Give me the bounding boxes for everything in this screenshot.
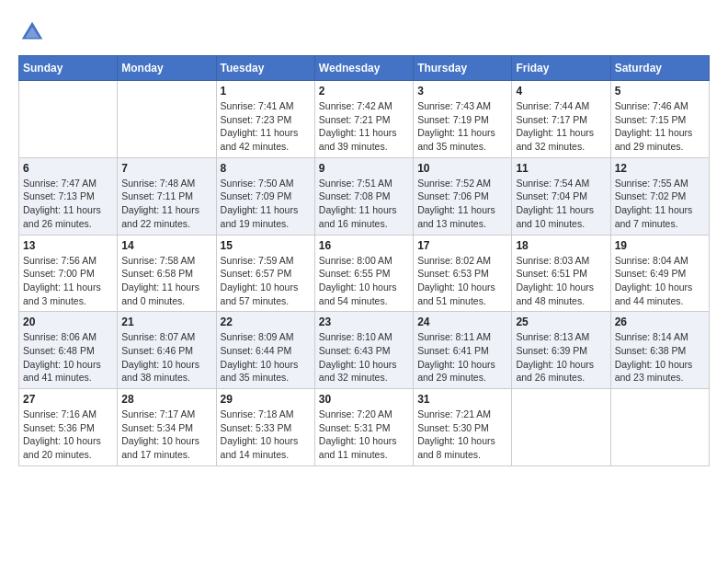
calendar-cell: 1Sunrise: 7:41 AM Sunset: 7:23 PM Daylig…: [216, 81, 314, 158]
day-number: 11: [516, 162, 606, 175]
day-info: Sunrise: 7:51 AM Sunset: 7:08 PM Dayligh…: [319, 177, 409, 231]
day-number: 7: [121, 162, 211, 175]
day-number: 29: [221, 393, 311, 406]
calendar-cell: 10Sunrise: 7:52 AM Sunset: 7:06 PM Dayli…: [414, 157, 512, 235]
day-number: 22: [221, 316, 311, 328]
day-info: Sunrise: 7:21 AM Sunset: 5:30 PM Dayligh…: [417, 408, 507, 462]
calendar-cell: 30Sunrise: 7:20 AM Sunset: 5:31 PM Dayli…: [314, 389, 413, 466]
day-number: 21: [121, 316, 211, 328]
calendar-cell: 8Sunrise: 7:50 AM Sunset: 7:09 PM Daylig…: [216, 157, 314, 235]
calendar-cell: [19, 81, 118, 158]
day-info: Sunrise: 8:11 AM Sunset: 6:41 PM Dayligh…: [417, 330, 507, 385]
calendar-cell: 6Sunrise: 7:47 AM Sunset: 7:13 PM Daylig…: [19, 157, 118, 235]
calendar-cell: 21Sunrise: 8:07 AM Sunset: 6:46 PM Dayli…: [118, 312, 216, 389]
day-info: Sunrise: 7:56 AM Sunset: 7:00 PM Dayligh…: [23, 254, 113, 308]
day-info: Sunrise: 8:14 AM Sunset: 6:38 PM Dayligh…: [615, 330, 705, 385]
day-number: 5: [615, 85, 705, 98]
day-info: Sunrise: 8:10 AM Sunset: 6:43 PM Dayligh…: [319, 330, 409, 385]
day-info: Sunrise: 7:47 AM Sunset: 7:13 PM Dayligh…: [23, 177, 113, 231]
day-info: Sunrise: 7:43 AM Sunset: 7:19 PM Dayligh…: [417, 99, 507, 154]
calendar-cell: 24Sunrise: 8:11 AM Sunset: 6:41 PM Dayli…: [414, 312, 512, 389]
calendar-cell: [118, 81, 216, 158]
calendar-cell: 5Sunrise: 7:46 AM Sunset: 7:15 PM Daylig…: [610, 81, 709, 158]
calendar-cell: 31Sunrise: 7:21 AM Sunset: 5:30 PM Dayli…: [414, 389, 512, 466]
day-number: 20: [23, 316, 113, 328]
day-info: Sunrise: 8:02 AM Sunset: 6:53 PM Dayligh…: [417, 254, 507, 308]
calendar-cell: 11Sunrise: 7:54 AM Sunset: 7:04 PM Dayli…: [512, 157, 610, 235]
day-info: Sunrise: 7:16 AM Sunset: 5:36 PM Dayligh…: [23, 408, 113, 462]
day-number: 31: [417, 393, 507, 406]
calendar-cell: 15Sunrise: 7:59 AM Sunset: 6:57 PM Dayli…: [216, 235, 314, 312]
calendar-cell: [610, 389, 709, 466]
week-row-3: 13Sunrise: 7:56 AM Sunset: 7:00 PM Dayli…: [19, 235, 710, 312]
calendar-cell: 17Sunrise: 8:02 AM Sunset: 6:53 PM Dayli…: [414, 235, 512, 312]
day-info: Sunrise: 7:20 AM Sunset: 5:31 PM Dayligh…: [319, 408, 409, 462]
calendar-cell: 19Sunrise: 8:04 AM Sunset: 6:49 PM Dayli…: [610, 235, 709, 312]
day-number: 17: [417, 239, 507, 252]
day-number: 30: [319, 393, 409, 406]
calendar-cell: 9Sunrise: 7:51 AM Sunset: 7:08 PM Daylig…: [314, 157, 413, 235]
calendar-cell: 3Sunrise: 7:43 AM Sunset: 7:19 PM Daylig…: [414, 81, 512, 158]
calendar-cell: 28Sunrise: 7:17 AM Sunset: 5:34 PM Dayli…: [118, 389, 216, 466]
weekday-friday: Friday: [512, 56, 610, 81]
calendar-cell: 7Sunrise: 7:48 AM Sunset: 7:11 PM Daylig…: [118, 157, 216, 235]
calendar-cell: 2Sunrise: 7:42 AM Sunset: 7:21 PM Daylig…: [314, 81, 413, 158]
day-info: Sunrise: 7:50 AM Sunset: 7:09 PM Dayligh…: [221, 177, 311, 231]
weekday-monday: Monday: [118, 56, 216, 81]
calendar-cell: 12Sunrise: 7:55 AM Sunset: 7:02 PM Dayli…: [610, 157, 709, 235]
day-info: Sunrise: 8:03 AM Sunset: 6:51 PM Dayligh…: [516, 254, 606, 308]
week-row-5: 27Sunrise: 7:16 AM Sunset: 5:36 PM Dayli…: [19, 389, 710, 466]
day-info: Sunrise: 8:07 AM Sunset: 6:46 PM Dayligh…: [121, 330, 211, 385]
week-row-1: 1Sunrise: 7:41 AM Sunset: 7:23 PM Daylig…: [19, 81, 710, 158]
day-number: 28: [121, 393, 211, 406]
weekday-wednesday: Wednesday: [314, 56, 413, 81]
calendar-cell: 18Sunrise: 8:03 AM Sunset: 6:51 PM Dayli…: [512, 235, 610, 312]
day-number: 19: [615, 239, 705, 252]
day-info: Sunrise: 7:44 AM Sunset: 7:17 PM Dayligh…: [516, 99, 606, 154]
calendar-cell: 26Sunrise: 8:14 AM Sunset: 6:38 PM Dayli…: [610, 312, 709, 389]
calendar-cell: 25Sunrise: 8:13 AM Sunset: 6:39 PM Dayli…: [512, 312, 610, 389]
weekday-header-row: SundayMondayTuesdayWednesdayThursdayFrid…: [19, 56, 710, 81]
day-info: Sunrise: 7:58 AM Sunset: 6:58 PM Dayligh…: [121, 254, 211, 308]
day-number: 23: [319, 316, 409, 328]
day-info: Sunrise: 7:46 AM Sunset: 7:15 PM Dayligh…: [615, 99, 705, 154]
logo: [18, 18, 50, 46]
calendar-cell: 29Sunrise: 7:18 AM Sunset: 5:33 PM Dayli…: [216, 389, 314, 466]
day-info: Sunrise: 7:48 AM Sunset: 7:11 PM Dayligh…: [121, 177, 211, 231]
calendar-cell: [512, 389, 610, 466]
weekday-thursday: Thursday: [414, 56, 512, 81]
day-info: Sunrise: 7:18 AM Sunset: 5:33 PM Dayligh…: [221, 408, 311, 462]
day-number: 18: [516, 239, 606, 252]
day-number: 4: [516, 85, 606, 98]
day-info: Sunrise: 7:54 AM Sunset: 7:04 PM Dayligh…: [516, 177, 606, 231]
day-number: 8: [221, 162, 311, 175]
day-info: Sunrise: 8:06 AM Sunset: 6:48 PM Dayligh…: [23, 330, 113, 385]
day-info: Sunrise: 7:42 AM Sunset: 7:21 PM Dayligh…: [319, 99, 409, 154]
day-info: Sunrise: 7:41 AM Sunset: 7:23 PM Dayligh…: [221, 99, 311, 154]
weekday-sunday: Sunday: [19, 56, 118, 81]
day-number: 6: [23, 162, 113, 175]
day-info: Sunrise: 7:55 AM Sunset: 7:02 PM Dayligh…: [615, 177, 705, 231]
day-info: Sunrise: 7:52 AM Sunset: 7:06 PM Dayligh…: [417, 177, 507, 231]
week-row-4: 20Sunrise: 8:06 AM Sunset: 6:48 PM Dayli…: [19, 312, 710, 389]
day-number: 14: [121, 239, 211, 252]
weekday-tuesday: Tuesday: [216, 56, 314, 81]
day-number: 26: [615, 316, 705, 328]
day-number: 25: [516, 316, 606, 328]
calendar-cell: 16Sunrise: 8:00 AM Sunset: 6:55 PM Dayli…: [314, 235, 413, 312]
calendar-table: SundayMondayTuesdayWednesdayThursdayFrid…: [18, 55, 710, 466]
day-number: 27: [23, 393, 113, 406]
logo-icon: [18, 18, 46, 46]
day-info: Sunrise: 8:09 AM Sunset: 6:44 PM Dayligh…: [221, 330, 311, 385]
page-header: [18, 18, 710, 46]
weekday-saturday: Saturday: [610, 56, 709, 81]
calendar-cell: 22Sunrise: 8:09 AM Sunset: 6:44 PM Dayli…: [216, 312, 314, 389]
day-info: Sunrise: 8:04 AM Sunset: 6:49 PM Dayligh…: [615, 254, 705, 308]
day-number: 10: [417, 162, 507, 175]
calendar-cell: 4Sunrise: 7:44 AM Sunset: 7:17 PM Daylig…: [512, 81, 610, 158]
calendar-cell: 20Sunrise: 8:06 AM Sunset: 6:48 PM Dayli…: [19, 312, 118, 389]
day-number: 3: [417, 85, 507, 98]
day-number: 16: [319, 239, 409, 252]
day-number: 2: [319, 85, 409, 98]
calendar-cell: 14Sunrise: 7:58 AM Sunset: 6:58 PM Dayli…: [118, 235, 216, 312]
